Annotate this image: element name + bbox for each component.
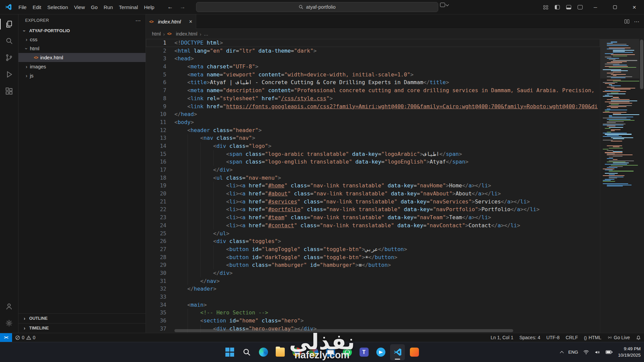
encoding[interactable]: UTF-8 (543, 333, 563, 342)
code-line[interactable]: 3<head> (146, 55, 600, 63)
code-line[interactable]: 36 <section id="home" class="hero"> (146, 317, 600, 325)
account-icon[interactable] (0, 298, 18, 315)
code-lines[interactable]: 1<!DOCTYPE html>2<html lang="en" dir="lt… (146, 39, 600, 333)
code-line[interactable]: 11<body> (146, 118, 600, 126)
cursor-position[interactable]: Ln 1, Col 1 (488, 333, 517, 342)
code-line[interactable]: 23 <li><a href="#team" class="nav-link t… (146, 214, 600, 222)
code-line[interactable]: 2<html lang="en" dir="ltr" data-theme="d… (146, 47, 600, 55)
code-line[interactable]: 26 <div class="toggles"> (146, 237, 600, 245)
run-debug-icon[interactable] (0, 66, 18, 83)
customize-layout-icon[interactable] (540, 2, 551, 12)
code-line[interactable]: 14 <div class="logo"> (146, 142, 600, 150)
horizontal-scrollbar[interactable] (174, 329, 513, 332)
extensions-icon[interactable] (0, 83, 18, 100)
code-line[interactable]: 8 <link rel="stylesheet" href="/css/styl… (146, 95, 600, 103)
code-line[interactable]: 9 <link href="https://fonts.googleapis.c… (146, 103, 600, 111)
code-line[interactable]: 21 <li><a href="#services" class="nav-li… (146, 198, 600, 206)
outline-section[interactable]: › OUTLINE (18, 313, 146, 323)
wifi-icon[interactable] (583, 350, 589, 355)
code-line[interactable]: 29 <button class="hamburger" id="hamburg… (146, 261, 600, 269)
code-line[interactable]: 20 <li><a href="#about" class="nav-link … (146, 190, 600, 198)
toggle-secondary-sidebar-icon[interactable] (574, 2, 586, 12)
code-line[interactable]: 18 <ul class="nav-menu"> (146, 174, 600, 182)
code-line[interactable]: 15 <span class="logo-arabic translatable… (146, 150, 600, 158)
problems-indicator[interactable]: 0 0 (12, 333, 39, 342)
code-line[interactable]: 10</head> (146, 110, 600, 118)
history-back-button[interactable]: ← (167, 4, 173, 10)
indentation[interactable]: Spaces: 4 (516, 333, 543, 342)
menu-edit[interactable]: Edit (30, 3, 44, 12)
taskbar-edge-icon[interactable] (256, 344, 271, 360)
code-line[interactable]: 1<!DOCTYPE html> (146, 39, 600, 47)
code-line[interactable]: 25 </ul> (146, 230, 600, 238)
minimize-button[interactable]: ─ (586, 0, 605, 14)
menu-file[interactable]: File (15, 3, 30, 12)
eol-sequence[interactable]: CRLF (562, 333, 581, 342)
code-line[interactable]: 30 </div> (146, 269, 600, 277)
code-line[interactable]: 27 <button id="langToggle" class="toggle… (146, 245, 600, 253)
explorer-more-icon[interactable]: ⋯ (136, 17, 141, 24)
timeline-section[interactable]: › TIMELINE (18, 323, 146, 333)
folder-js[interactable]: ›js (18, 71, 146, 80)
notifications-bell-icon[interactable] (633, 333, 644, 342)
taskbar-photos-icon[interactable] (306, 344, 321, 360)
clock[interactable]: 9:49 PM 10/19/2025 (618, 346, 641, 358)
project-root-folder[interactable]: › ATYAF-PORTFOLIO (18, 26, 146, 35)
history-forward-button[interactable]: → (180, 4, 185, 10)
command-center-search[interactable]: atyaf-portfolio (196, 2, 438, 12)
taskbar-file-explorer-icon[interactable] (273, 344, 287, 360)
volume-icon[interactable] (594, 350, 600, 355)
taskbar-start-icon[interactable] (222, 344, 237, 360)
breadcrumb-symbol[interactable]: … (204, 31, 208, 37)
code-line[interactable]: 19 <li><a href="#home" class="nav-link t… (146, 182, 600, 190)
keyboard-language[interactable]: ENG (568, 350, 578, 355)
code-line[interactable]: 31 </nav> (146, 277, 600, 285)
menu-selection[interactable]: Selection (44, 3, 71, 12)
folder-css[interactable]: ›css (18, 35, 146, 44)
code-line[interactable]: 35 <!-- Hero Section --> (146, 309, 600, 317)
tray-chevron-up-icon[interactable] (560, 351, 564, 355)
search-sidebar-icon[interactable] (0, 33, 18, 49)
folder-html[interactable]: ›html (18, 44, 146, 53)
code-line[interactable]: 12 <header class="header"> (146, 126, 600, 134)
code-line[interactable]: 33 (146, 293, 600, 301)
taskbar-store-icon[interactable] (407, 344, 422, 360)
code-line[interactable]: 7 <meta name="description" content="Prof… (146, 86, 600, 95)
code-line[interactable]: 32 </header> (146, 285, 600, 293)
maximize-button[interactable] (605, 0, 625, 14)
code-line[interactable]: 28 <button id="darkToggle" class="toggle… (146, 253, 600, 261)
code-editor[interactable]: 1<!DOCTYPE html>2<html lang="en" dir="lt… (146, 39, 644, 333)
minimap[interactable] (600, 39, 639, 333)
menu-help[interactable]: Help (141, 3, 157, 12)
tab-close-icon[interactable]: ✕ (189, 19, 193, 24)
code-line[interactable]: 24 <li><a href="#contact" class="nav-lin… (146, 222, 600, 230)
taskbar-mail-icon[interactable] (323, 344, 338, 360)
toggle-panel-icon[interactable] (563, 2, 574, 12)
taskbar-vscode-icon[interactable] (390, 344, 405, 360)
minimap-slider[interactable] (600, 39, 639, 78)
taskbar-teams-icon[interactable] (357, 344, 371, 360)
toggle-primary-sidebar-icon[interactable] (551, 2, 563, 12)
explorer-icon[interactable] (0, 16, 18, 33)
code-line[interactable]: 13 <nav class="nav"> (146, 134, 600, 142)
menu-terminal[interactable]: Terminal (116, 3, 141, 12)
breadcrumb-file[interactable]: index.html (176, 31, 197, 37)
code-line[interactable]: 22 <li><a href="#portfolio" class="nav-l… (146, 205, 600, 214)
code-line[interactable]: 34 <main> (146, 301, 600, 309)
taskbar-telegram-icon[interactable] (373, 344, 388, 360)
language-mode[interactable]: {} HTML (581, 333, 604, 342)
tab-index-html[interactable]: <> index.html ✕ (146, 14, 196, 29)
taskbar-search-icon[interactable] (239, 344, 254, 360)
taskbar-chrome-icon[interactable] (289, 344, 304, 360)
code-line[interactable]: 5 <meta name="viewport" content="width=d… (146, 71, 600, 79)
vertical-scrollbar[interactable] (640, 40, 643, 89)
close-button[interactable]: ✕ (625, 0, 644, 14)
settings-gear-icon[interactable] (0, 315, 18, 331)
battery-icon[interactable] (605, 350, 613, 355)
file-index.html[interactable]: <>index.html (18, 53, 146, 62)
code-line[interactable]: 17 </div> (146, 166, 600, 174)
breadcrumb-folder[interactable]: html (152, 31, 161, 37)
code-line[interactable]: 6 <title>Atyaf | اطياف - Concrete Cuttin… (146, 78, 600, 86)
code-line[interactable]: 16 <span class="logo-english translatabl… (146, 158, 600, 166)
menu-go[interactable]: Go (88, 3, 101, 12)
